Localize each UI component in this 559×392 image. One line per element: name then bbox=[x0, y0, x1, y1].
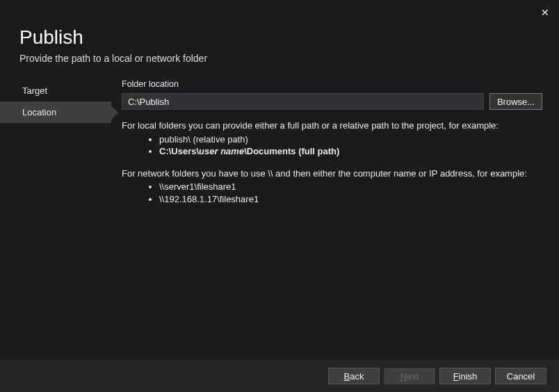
sidebar-item-location[interactable]: Location bbox=[0, 101, 111, 123]
browse-button[interactable]: Browse... bbox=[489, 93, 542, 110]
sidebar-item-target[interactable]: Target bbox=[0, 80, 111, 101]
sidebar: Target Location bbox=[0, 80, 111, 123]
folder-location-label: Folder location bbox=[122, 79, 542, 89]
example-server: \\server1\fileshare1 bbox=[159, 181, 542, 193]
back-button[interactable]: Back bbox=[328, 368, 380, 384]
footer: Back Next Finish Cancel bbox=[0, 360, 559, 392]
example-relative: publish\ (relative path) bbox=[159, 133, 542, 146]
example-full: C:\Users\user name\Documents (full path) bbox=[159, 145, 542, 158]
example-ip: \\192.168.1.17\fileshare1 bbox=[159, 193, 542, 206]
folder-location-input[interactable] bbox=[122, 93, 484, 110]
cancel-button[interactable]: Cancel bbox=[495, 368, 546, 384]
main-content: Folder location Browse... For local fold… bbox=[122, 79, 542, 215]
finish-button[interactable]: Finish bbox=[439, 368, 491, 384]
help-text: For local folders you can provide either… bbox=[122, 120, 542, 205]
page-subtitle: Provide the path to a local or network f… bbox=[19, 53, 207, 64]
page-title: Publish bbox=[19, 26, 83, 49]
sidebar-item-label: Location bbox=[22, 107, 56, 117]
sidebar-item-label: Target bbox=[22, 85, 47, 96]
close-icon[interactable]: ✕ bbox=[538, 6, 552, 19]
next-button: Next bbox=[384, 368, 435, 384]
